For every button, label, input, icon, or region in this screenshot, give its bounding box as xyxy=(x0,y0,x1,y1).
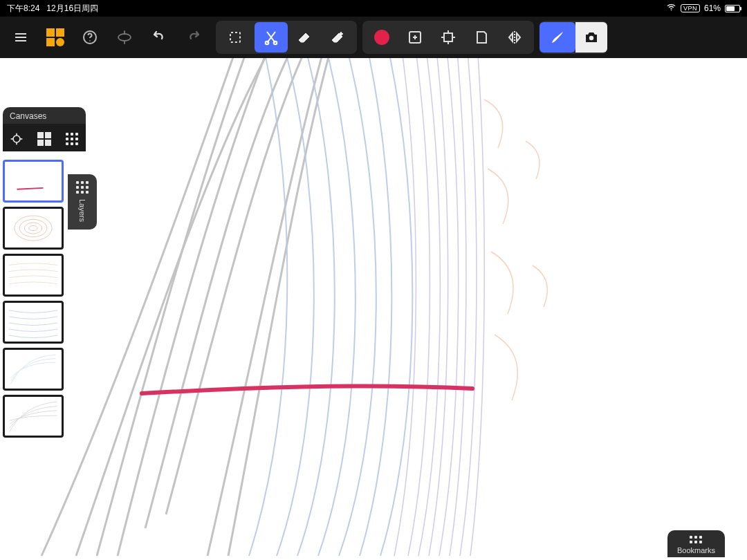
canvas-thumb-6[interactable] xyxy=(3,395,64,438)
svg-rect-8 xyxy=(230,32,240,42)
edit-tool-group xyxy=(216,21,357,54)
canvas-thumb-4[interactable] xyxy=(3,301,64,344)
canvas-thumb-2[interactable] xyxy=(3,207,64,250)
bookmarks-panel-tab[interactable]: Bookmarks xyxy=(667,530,725,557)
canvas-area[interactable] xyxy=(0,58,747,560)
help-button[interactable] xyxy=(73,22,107,53)
selection-tool-button[interactable] xyxy=(219,22,252,53)
eraser-button[interactable] xyxy=(288,22,321,53)
status-bar: 下午8:24 12月16日周四 VPN 61% xyxy=(0,0,747,17)
grid-icon xyxy=(37,132,51,146)
svg-point-28 xyxy=(24,223,42,234)
svg-rect-14 xyxy=(444,33,452,41)
status-date: 12月16日周四 xyxy=(46,3,98,15)
canvas-drawing xyxy=(0,58,747,560)
battery-percent: 61% xyxy=(704,3,721,13)
canvas-thumb-5[interactable] xyxy=(3,348,64,391)
layers-panel-tab[interactable]: Layers xyxy=(68,174,97,230)
auto-eraser-button[interactable] xyxy=(321,22,354,53)
brush-button[interactable] xyxy=(540,22,575,53)
svg-point-6 xyxy=(118,34,131,41)
svg-point-19 xyxy=(589,36,593,40)
svg-point-27 xyxy=(19,219,47,236)
main-toolbar xyxy=(0,17,747,58)
svg-point-7 xyxy=(124,33,126,35)
layout-tool-group xyxy=(362,21,534,54)
flip-page-button[interactable] xyxy=(465,22,498,53)
view-3d-button[interactable] xyxy=(108,22,141,53)
canvas-thumb-1[interactable] xyxy=(3,160,64,203)
grid-view-button[interactable] xyxy=(33,128,56,150)
canvases-panel-title: Canvases xyxy=(3,107,86,124)
record-button[interactable] xyxy=(365,22,398,53)
cut-tool-button[interactable] xyxy=(255,22,288,53)
record-icon xyxy=(374,30,389,45)
brush-tool-group xyxy=(540,21,607,54)
svg-point-29 xyxy=(29,225,38,230)
mirror-button[interactable] xyxy=(498,22,531,53)
drag-handle-icon xyxy=(66,133,78,145)
svg-point-20 xyxy=(13,136,20,142)
vpn-badge: VPN xyxy=(681,4,700,12)
gallery-icon xyxy=(46,28,64,46)
layers-tab-label: Layers xyxy=(78,199,86,222)
gallery-button[interactable] xyxy=(39,22,72,53)
canvases-panel-tools xyxy=(3,124,86,151)
undo-button[interactable] xyxy=(142,22,176,53)
red-stroke xyxy=(142,386,472,393)
crop-align-button[interactable] xyxy=(432,22,465,53)
drag-handle-icon xyxy=(76,181,89,194)
add-panel-button[interactable] xyxy=(398,22,432,53)
locate-canvas-button[interactable] xyxy=(5,128,28,150)
redo-button[interactable] xyxy=(177,22,210,53)
wifi-icon xyxy=(666,2,676,15)
svg-line-25 xyxy=(17,188,44,189)
camera-button[interactable] xyxy=(575,22,607,53)
menu-button[interactable] xyxy=(4,22,37,53)
canvas-thumb-3[interactable] xyxy=(3,254,64,297)
svg-point-0 xyxy=(671,10,672,10)
drag-handle-icon xyxy=(690,536,702,543)
battery-icon xyxy=(725,5,740,12)
svg-point-5 xyxy=(89,40,91,41)
status-time: 下午8:24 xyxy=(7,3,39,15)
handle-canvases-button[interactable] xyxy=(60,128,84,150)
canvases-panel: Canvases xyxy=(3,107,86,438)
bookmarks-tab-label: Bookmarks xyxy=(677,546,715,554)
